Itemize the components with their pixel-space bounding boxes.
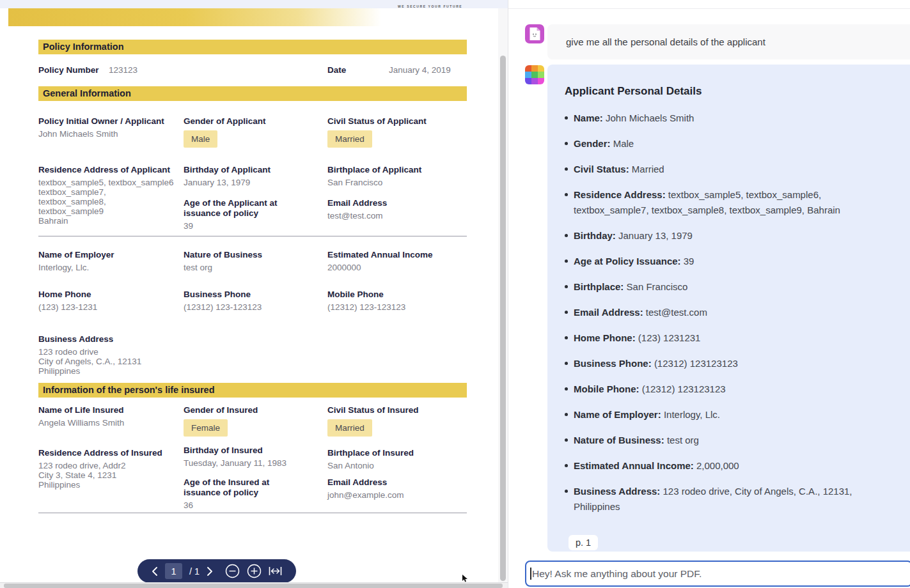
circle-plus-icon xyxy=(247,564,262,578)
pdf-page: WE SECURE YOUR FUTURE Policy Information… xyxy=(0,8,498,578)
chat-header xyxy=(508,0,910,9)
field-birthplace-insured: Birthplace of Insured San Antonio xyxy=(327,448,462,470)
list-item: Name of Employer: Interlogy, Llc. xyxy=(565,407,895,422)
document-face-icon xyxy=(529,27,541,41)
text-caret xyxy=(530,568,531,580)
zoom-out-button[interactable] xyxy=(225,564,240,578)
previous-page-button[interactable] xyxy=(152,567,158,576)
field-birthday-insured: Birthday of Insured Tuesday, January 11,… xyxy=(184,445,318,468)
pdf-viewer-panel: WE SECURE YOUR FUTURE Policy Information… xyxy=(0,0,508,588)
list-item: Birthplace: San Francisco xyxy=(565,279,895,295)
gender-insured-chip: Female xyxy=(184,419,228,437)
field-business-address: Business Address 123 rodeo drive City of… xyxy=(38,334,192,376)
field-annual-income: Estimated Annual Income 2000000 xyxy=(327,250,462,272)
user-message-text: give me all the personal details of the … xyxy=(566,36,765,47)
horizontal-scrollbar-thumb[interactable] xyxy=(4,584,503,588)
divider xyxy=(38,236,467,236)
policy-number-value: 123123 xyxy=(109,65,137,75)
vertical-scrollbar-thumb[interactable] xyxy=(500,56,506,581)
chevron-right-icon xyxy=(207,567,213,576)
company-motto: WE SECURE YOUR FUTURE xyxy=(398,4,462,8)
list-item: Civil Status: Married xyxy=(565,162,895,177)
field-name-insured: Name of Life Insured Angela Williams Smi… xyxy=(38,405,179,428)
field-age-applicant: Age of the Applicant at issuance of poli… xyxy=(184,198,316,231)
color-cell xyxy=(525,78,531,84)
page-reference-chip[interactable]: p. 1 xyxy=(569,535,598,550)
vertical-scrollbar-track[interactable] xyxy=(498,8,508,583)
section-header-policy-information: Policy Information xyxy=(38,40,467,54)
list-item: Name: John Michaels Smith xyxy=(565,111,895,126)
horizontal-scrollbar-track[interactable] xyxy=(0,582,508,588)
field-owner: Policy Initial Owner / Applicant John Mi… xyxy=(38,116,179,139)
list-item: Age at Policy Issuance: 39 xyxy=(565,254,895,269)
field-civil-applicant: Civil Status of Applicant Married xyxy=(327,116,462,148)
field-civil-insured: Civil Status of Insured Married xyxy=(327,405,462,437)
gender-chip: Male xyxy=(184,130,217,148)
list-item: Mobile Phone: (12312) 123123123 xyxy=(565,382,895,397)
company-banner xyxy=(8,8,475,26)
fit-width-icon xyxy=(269,566,282,576)
field-gender-applicant: Gender of Applicant Male xyxy=(184,116,318,148)
section-header-life-insured: Information of the person's life insured xyxy=(38,383,467,398)
list-item: Email Address: test@test.com xyxy=(565,305,895,320)
civil-insured-chip: Married xyxy=(327,419,372,437)
circle-minus-icon xyxy=(225,564,240,578)
list-item: Residence Address: textbox_sample5, text… xyxy=(565,187,895,218)
date-value: January 4, 2019 xyxy=(389,65,451,75)
color-cell xyxy=(538,78,544,84)
field-nature-business: Nature of Business test org xyxy=(184,250,318,272)
zoom-in-button[interactable] xyxy=(247,564,262,578)
next-page-button[interactable] xyxy=(207,567,213,576)
civil-status-chip: Married xyxy=(327,130,372,148)
app: WE SECURE YOUR FUTURE Policy Information… xyxy=(0,0,910,588)
color-cell xyxy=(525,65,531,72)
page-number-input[interactable]: 1 xyxy=(165,563,182,579)
field-business-phone: Business Phone (12312) 123-123123 xyxy=(184,290,318,312)
date-label: Date xyxy=(327,65,346,75)
field-birthday-applicant: Birthday of Applicant January 13, 1979 xyxy=(184,165,318,187)
list-item: Estimated Annual Income: 2,000,000 xyxy=(565,458,895,474)
chat-input[interactable] xyxy=(525,561,910,587)
answer-list: Name: John Michaels Smith Gender: Male C… xyxy=(565,111,895,514)
page-total: / 1 xyxy=(189,566,200,576)
field-email-insured: Email Address john@example.com xyxy=(327,477,462,500)
list-item: Home Phone: (123) 1231231 xyxy=(565,330,895,346)
assistant-message-bubble: Applicant Personal Details Name: John Mi… xyxy=(547,65,910,552)
field-home-phone: Home Phone (123) 123-1231 xyxy=(38,290,176,312)
chat-panel: give me all the personal details of the … xyxy=(508,0,910,588)
field-email-applicant: Email Address test@test.com xyxy=(327,198,462,220)
field-age-insured: Age of the Insured at issuance of policy… xyxy=(184,477,281,510)
field-gender-insured: Gender of Insured Female xyxy=(184,405,318,437)
answer-title: Applicant Personal Details xyxy=(565,85,895,98)
color-cell xyxy=(538,65,544,72)
policy-number-label: Policy Number xyxy=(38,65,99,75)
divider xyxy=(38,513,467,513)
list-item: Gender: Male xyxy=(565,136,895,151)
color-cell xyxy=(531,72,538,78)
field-birthplace-applicant: Birthplace of Applicant San Francisco xyxy=(327,165,462,187)
field-employer: Name of Employer Interlogy, Llc. xyxy=(38,250,176,272)
user-message-bubble: give me all the personal details of the … xyxy=(547,24,910,59)
list-item: Birthday: January 13, 1979 xyxy=(565,228,895,244)
color-cell xyxy=(531,78,538,84)
list-item: Nature of Business: test org xyxy=(565,433,895,448)
color-cell xyxy=(538,72,544,78)
list-item: Business Phone: (12312) 123123123 xyxy=(565,356,895,371)
section-header-general-information: General Information xyxy=(38,86,467,101)
mouse-cursor xyxy=(462,575,469,583)
field-residence-insured: Residence Address of Insured 123 rodeo d… xyxy=(38,448,176,490)
color-cell xyxy=(525,72,531,78)
field-residence-applicant: Residence Address of Applicant textbox_s… xyxy=(38,165,176,226)
fit-width-button[interactable] xyxy=(269,566,282,576)
chevron-left-icon xyxy=(152,567,158,576)
pdf-toolbar: 1 / 1 xyxy=(137,559,296,583)
color-cell xyxy=(531,65,538,72)
user-avatar xyxy=(525,24,544,43)
list-item: Business Address: 123 rodeo drive, City … xyxy=(565,484,895,514)
assistant-avatar xyxy=(525,65,544,84)
field-mobile-phone: Mobile Phone (12312) 123-123123 xyxy=(327,290,462,312)
